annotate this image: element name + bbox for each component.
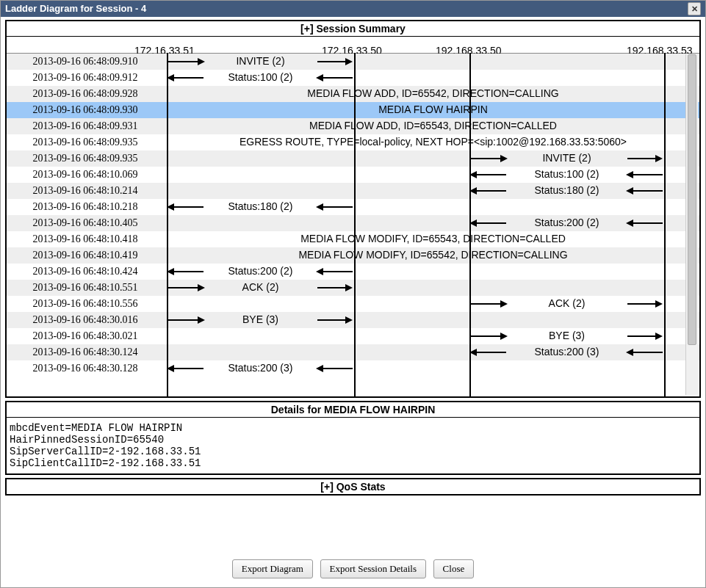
scrollbar[interactable] bbox=[685, 54, 698, 395]
flow-cell: MEDIA FLOW HAIRPIN bbox=[167, 102, 699, 118]
lifeline-4 bbox=[664, 53, 666, 396]
flow-cell: Status:200 (2) bbox=[167, 264, 699, 280]
flow-cell: Status:200 (2) bbox=[167, 215, 699, 231]
timestamp-cell: 2013-09-16 06:48:10.551 bbox=[7, 282, 167, 294]
flow-cell: ACK (2) bbox=[167, 296, 699, 312]
ladder-row[interactable]: 2013-09-16 06:48:09.912Status:100 (2) bbox=[7, 70, 699, 86]
ladder-row[interactable]: 2013-09-16 06:48:10.069Status:100 (2) bbox=[7, 167, 699, 183]
ladder-row[interactable]: 2013-09-16 06:48:09.930MEDIA FLOW HAIRPI… bbox=[7, 102, 699, 118]
lifeline-1 bbox=[167, 53, 168, 396]
ladder-row[interactable]: 2013-09-16 06:48:09.910INVITE (2) bbox=[7, 54, 699, 70]
ladder-row[interactable]: 2013-09-16 06:48:30.124Status:200 (3) bbox=[7, 344, 699, 360]
message-label: INVITE (2) bbox=[167, 55, 354, 67]
message-label: Status:200 (3) bbox=[469, 346, 664, 357]
close-button[interactable]: Close bbox=[433, 559, 475, 578]
flow-cell: BYE (3) bbox=[167, 328, 699, 344]
ladder-diagram-window: Ladder Diagram for Session - 4 ✕ [+] Ses… bbox=[0, 0, 706, 588]
message-label: INVITE (2) bbox=[469, 152, 664, 164]
timestamp-cell: 2013-09-16 06:48:30.124 bbox=[7, 346, 167, 358]
flow-cell: Status:200 (3) bbox=[167, 360, 699, 377]
ladder-row[interactable]: 2013-09-16 06:48:09.931MEDIA FLOW ADD, I… bbox=[7, 118, 699, 134]
timestamp-cell: 2013-09-16 06:48:09.935 bbox=[7, 153, 167, 164]
flow-cell: Status:200 (3) bbox=[167, 344, 699, 360]
footer-buttons: Export Diagram Export Session Details Cl… bbox=[1, 559, 705, 578]
export-session-button[interactable]: Export Session Details bbox=[320, 559, 426, 578]
message-label: Status:180 (2) bbox=[469, 184, 664, 196]
ladder-row[interactable]: 2013-09-16 06:48:10.551ACK (2) bbox=[7, 280, 699, 296]
flow-cell: Status:180 (2) bbox=[167, 199, 699, 215]
ladder-row[interactable]: 2013-09-16 06:48:09.935EGRESS ROUTE, TYP… bbox=[7, 134, 699, 150]
flow-cell: INVITE (2) bbox=[167, 150, 699, 167]
ladder-row[interactable]: 2013-09-16 06:48:10.214Status:180 (2) bbox=[7, 183, 699, 199]
details-header: Details for MEDIA FLOW HAIRPIN bbox=[7, 402, 699, 418]
timestamp-cell: 2013-09-16 06:48:09.910 bbox=[7, 56, 167, 68]
flow-cell: Status:180 (2) bbox=[167, 183, 699, 199]
ladder-row[interactable]: 2013-09-16 06:48:09.928MEDIA FLOW ADD, I… bbox=[7, 86, 699, 102]
timestamp-cell: 2013-09-16 06:48:10.424 bbox=[7, 266, 167, 277]
message-label: Status:180 (2) bbox=[167, 200, 354, 212]
qos-toggle[interactable]: [+] QoS Stats bbox=[7, 479, 699, 494]
timestamp-cell: 2013-09-16 06:48:30.128 bbox=[7, 363, 167, 374]
ladder-row[interactable]: 2013-09-16 06:48:30.021BYE (3) bbox=[7, 328, 699, 344]
flow-cell: EGRESS ROUTE, TYPE=local-policy, NEXT HO… bbox=[167, 134, 699, 150]
timestamp-cell: 2013-09-16 06:48:10.069 bbox=[7, 169, 167, 181]
details-panel: Details for MEDIA FLOW HAIRPIN mbcdEvent… bbox=[5, 401, 701, 475]
message-label: ACK (2) bbox=[469, 297, 664, 309]
timestamp-cell: 2013-09-16 06:48:09.930 bbox=[7, 104, 167, 116]
session-summary-panel: [+] Session Summary 172.16.33.51 172.16.… bbox=[5, 20, 701, 398]
event-text: EGRESS ROUTE, TYPE=local-policy, NEXT HO… bbox=[167, 136, 699, 148]
ladder-row[interactable]: 2013-09-16 06:48:09.935INVITE (2) bbox=[7, 150, 699, 167]
ladder-columns-header: 172.16.33.51 172.16.33.50 192.168.33.50 … bbox=[7, 37, 699, 54]
timestamp-cell: 2013-09-16 06:48:09.931 bbox=[7, 120, 167, 132]
export-diagram-button[interactable]: Export Diagram bbox=[232, 559, 313, 578]
ladder-area: 172.16.33.51 172.16.33.50 192.168.33.50 … bbox=[7, 37, 699, 396]
event-text: MEDIA FLOW HAIRPIN bbox=[167, 104, 699, 115]
flow-cell: Status:100 (2) bbox=[167, 167, 699, 183]
flow-cell: MEDIA FLOW ADD, ID=65542, DIRECTION=CALL… bbox=[167, 86, 699, 102]
message-label: Status:200 (2) bbox=[469, 217, 664, 228]
message-label: Status:100 (2) bbox=[167, 71, 354, 83]
timestamp-cell: 2013-09-16 06:48:10.214 bbox=[7, 185, 167, 197]
timestamp-cell: 2013-09-16 06:48:10.418 bbox=[7, 233, 167, 245]
ladder-row[interactable]: 2013-09-16 06:48:10.218Status:180 (2) bbox=[7, 199, 699, 215]
message-label: Status:200 (2) bbox=[167, 265, 354, 277]
ladder-row[interactable]: 2013-09-16 06:48:30.016BYE (3) bbox=[7, 312, 699, 328]
flow-cell: BYE (3) bbox=[167, 312, 699, 328]
timestamp-cell: 2013-09-16 06:48:30.016 bbox=[7, 314, 167, 326]
session-summary-toggle[interactable]: [+] Session Summary bbox=[7, 21, 699, 37]
timestamp-cell: 2013-09-16 06:48:09.912 bbox=[7, 72, 167, 84]
message-label: Status:200 (3) bbox=[167, 362, 354, 374]
ladder-row[interactable]: 2013-09-16 06:48:30.128Status:200 (3) bbox=[7, 360, 699, 377]
flow-cell: Status:100 (2) bbox=[167, 70, 699, 86]
title-bar: Ladder Diagram for Session - 4 ✕ bbox=[1, 1, 705, 17]
flow-cell: INVITE (2) bbox=[167, 54, 699, 70]
message-label: BYE (3) bbox=[469, 330, 664, 341]
flow-cell: ACK (2) bbox=[167, 280, 699, 296]
event-text: MEDIA FLOW MODIFY, ID=65543, DIRECTION=C… bbox=[167, 233, 699, 244]
event-text: MEDIA FLOW ADD, ID=65542, DIRECTION=CALL… bbox=[167, 87, 699, 99]
message-label: ACK (2) bbox=[167, 281, 354, 293]
close-icon[interactable]: ✕ bbox=[688, 2, 701, 15]
ladder-row[interactable]: 2013-09-16 06:48:10.405Status:200 (2) bbox=[7, 215, 699, 231]
qos-panel: [+] QoS Stats bbox=[5, 478, 701, 496]
ladder-row[interactable]: 2013-09-16 06:48:10.424Status:200 (2) bbox=[7, 264, 699, 280]
timestamp-cell: 2013-09-16 06:48:09.928 bbox=[7, 88, 167, 100]
message-label: BYE (3) bbox=[167, 313, 354, 325]
ladder-row[interactable]: 2013-09-16 06:48:10.556ACK (2) bbox=[7, 296, 699, 312]
timestamp-cell: 2013-09-16 06:48:10.218 bbox=[7, 201, 167, 213]
timestamp-cell: 2013-09-16 06:48:09.935 bbox=[7, 137, 167, 148]
event-text: MEDIA FLOW ADD, ID=65543, DIRECTION=CALL… bbox=[167, 120, 699, 131]
lifeline-3 bbox=[469, 53, 471, 396]
lifeline-2 bbox=[354, 53, 356, 396]
timestamp-cell: 2013-09-16 06:48:10.405 bbox=[7, 217, 167, 229]
window-title: Ladder Diagram for Session - 4 bbox=[5, 1, 146, 17]
scrollbar-thumb[interactable] bbox=[688, 54, 696, 345]
flow-cell: MEDIA FLOW ADD, ID=65543, DIRECTION=CALL… bbox=[167, 118, 699, 134]
ladder-row[interactable]: 2013-09-16 06:48:10.419MEDIA FLOW MODIFY… bbox=[7, 247, 699, 264]
flow-cell: MEDIA FLOW MODIFY, ID=65542, DIRECTION=C… bbox=[167, 247, 699, 264]
timestamp-cell: 2013-09-16 06:48:30.021 bbox=[7, 330, 167, 342]
message-label: Status:100 (2) bbox=[469, 168, 664, 180]
flow-cell: MEDIA FLOW MODIFY, ID=65543, DIRECTION=C… bbox=[167, 231, 699, 247]
ladder-row[interactable]: 2013-09-16 06:48:10.418MEDIA FLOW MODIFY… bbox=[7, 231, 699, 247]
timestamp-cell: 2013-09-16 06:48:10.419 bbox=[7, 250, 167, 261]
